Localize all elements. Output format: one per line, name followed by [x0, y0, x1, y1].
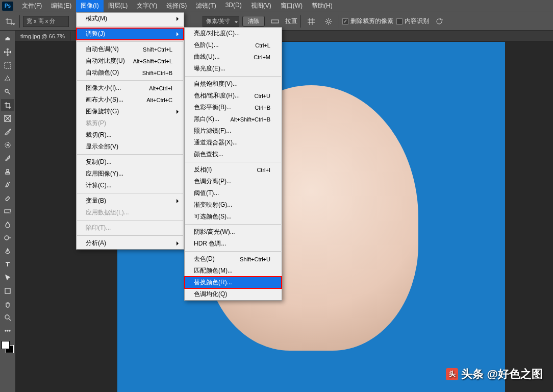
menu-item-label: 色阶(L)... [194, 41, 248, 50]
move-tool-icon[interactable] [1, 46, 14, 58]
menu-item-label: 照片滤镜(F)... [194, 127, 270, 135]
menu-item[interactable]: 通道混合器(X)... [185, 137, 282, 149]
menu-item[interactable]: 曝光度(E)... [185, 63, 282, 75]
menubar-item[interactable]: 3D(D) [221, 0, 246, 12]
menu-item[interactable]: 分析(A) [77, 237, 184, 249]
menu-item-label: 画布大小(S)... [86, 95, 139, 104]
quick-select-icon[interactable] [1, 86, 14, 98]
menu-item-label: 自然饱和度(V)... [194, 80, 270, 88]
pen-tool-icon[interactable] [1, 245, 14, 257]
menu-item[interactable]: 变量(B) [77, 195, 184, 207]
edit-toolbar-icon[interactable] [1, 325, 14, 337]
menu-item[interactable]: 阴影/高光(W)... [185, 226, 282, 238]
menubar-item[interactable]: 文件(F) [17, 0, 46, 12]
menubar-item[interactable]: 文字(Y) [132, 0, 162, 12]
menu-item[interactable]: 模式(M) [77, 13, 184, 24]
menu-item[interactable]: 色相/饱和度(H)...Ctrl+U [185, 90, 282, 102]
menu-item[interactable]: 应用图像(Y)... [77, 168, 184, 180]
history-brush-icon[interactable] [1, 179, 14, 191]
menu-item[interactable]: 图像大小(I)...Alt+Ctrl+I [77, 82, 184, 94]
menu-item[interactable]: 裁切(R)... [77, 129, 184, 141]
menubar-item[interactable]: 图像(I) [76, 0, 103, 12]
menu-item-label: 图像旋转(G) [86, 107, 172, 116]
menubar-item[interactable]: 选择(S) [162, 0, 191, 12]
menu-item[interactable]: 颜色查找... [185, 149, 282, 160]
menu-item-shortcut: Ctrl+U [255, 93, 270, 99]
app-logo: Ps [2, 2, 13, 11]
zoom-tool-icon[interactable] [1, 311, 14, 324]
adjustments-submenu: 亮度/对比度(C)...色阶(L)...Ctrl+L曲线(U)...Ctrl+M… [184, 27, 282, 301]
lasso-tool-icon[interactable] [1, 72, 14, 85]
menu-item-label: 色调分离(P)... [194, 177, 270, 186]
frame-tool-icon[interactable] [1, 112, 14, 125]
menu-separator [185, 76, 281, 77]
menu-item[interactable]: 计算(C)... [77, 180, 184, 191]
collapse-icon[interactable] [1, 33, 14, 45]
menubar-item[interactable]: 窗口(W) [276, 0, 307, 12]
menu-item[interactable]: 反相(I)Ctrl+I [185, 164, 282, 176]
gradient-tool-icon[interactable] [1, 205, 14, 217]
svg-point-11 [7, 330, 8, 331]
menu-item-label: 计算(C)... [86, 181, 172, 190]
blur-tool-icon[interactable] [1, 218, 14, 231]
menu-item[interactable]: 画布大小(S)...Alt+Ctrl+C [77, 94, 184, 106]
menu-item[interactable]: 匹配颜色(M)... [185, 265, 282, 277]
menubar-item[interactable]: 编辑(E) [46, 0, 76, 12]
menu-item-label: 应用数据组(L)... [86, 208, 172, 217]
crop-tool-icon[interactable] [1, 99, 14, 111]
healing-brush-icon[interactable] [1, 139, 14, 151]
eyedropper-icon[interactable] [1, 126, 14, 138]
stamp-tool-icon[interactable] [1, 165, 14, 178]
menu-item[interactable]: 图像旋转(G) [77, 106, 184, 117]
menu-item-label: 去色(D) [194, 255, 233, 263]
brush-tool-icon[interactable] [1, 152, 14, 164]
menu-item[interactable]: 色阶(L)...Ctrl+L [185, 39, 282, 51]
clear-button[interactable]: 清除 [242, 16, 265, 27]
menu-item[interactable]: 自动颜色(O)Shift+Ctrl+B [77, 67, 184, 79]
eraser-tool-icon[interactable] [1, 192, 14, 204]
dodge-tool-icon[interactable] [1, 232, 14, 244]
hand-tool-icon[interactable] [1, 298, 14, 310]
menubar-item[interactable]: 图层(L) [104, 0, 133, 12]
menu-item[interactable]: 阈值(T)... [185, 187, 282, 199]
path-select-icon[interactable] [1, 272, 14, 284]
menu-item[interactable]: 自然饱和度(V)... [185, 78, 282, 90]
menu-item[interactable]: 亮度/对比度(C)... [185, 28, 282, 39]
menu-item[interactable]: HDR 色调... [185, 238, 282, 250]
crop-size-field[interactable]: 宽 x 高 x 分 [23, 16, 69, 27]
shape-tool-icon[interactable] [1, 285, 14, 297]
menu-item[interactable]: 曲线(U)...Ctrl+M [185, 51, 282, 63]
document-tab[interactable]: timg.jpg @ 66.7% [15, 32, 70, 41]
overlay-icon[interactable] [304, 14, 318, 29]
menu-item[interactable]: 渐变映射(G)... [185, 199, 282, 211]
menu-item[interactable]: 自动对比度(U)Alt+Shift+Ctrl+L [77, 55, 184, 67]
menubar-item[interactable]: 帮助(H) [307, 0, 337, 12]
units-select[interactable]: 像素/英寸 [203, 16, 239, 27]
menu-item[interactable]: 照片滤镜(F)... [185, 125, 282, 137]
color-swatches[interactable] [2, 341, 14, 353]
menu-item[interactable]: 显示全部(V) [77, 141, 184, 153]
reset-icon[interactable] [432, 14, 446, 29]
menubar-item[interactable]: 滤镜(T) [191, 0, 220, 12]
menu-item[interactable]: 色调分离(P)... [185, 176, 282, 187]
settings-icon[interactable] [321, 14, 336, 29]
menu-item[interactable]: 黑白(K)...Alt+Shift+Ctrl+B [185, 113, 282, 125]
menu-item[interactable]: 复制(D)... [77, 156, 184, 168]
crop-tool-indicator[interactable] [2, 14, 16, 29]
menu-item[interactable]: 去色(D)Shift+Ctrl+U [185, 253, 282, 265]
menu-separator [185, 224, 281, 225]
menu-item-label: 调整(J) [86, 30, 172, 38]
menu-item[interactable]: 替换颜色(R)... [185, 277, 282, 288]
menu-item[interactable]: 自动色调(N)Shift+Ctrl+L [77, 43, 184, 55]
menu-item[interactable]: 可选颜色(S)... [185, 211, 282, 223]
straighten-icon[interactable] [268, 14, 282, 29]
menu-item-shortcut: Ctrl+M [254, 54, 270, 60]
type-tool-icon[interactable] [1, 258, 14, 271]
content-aware-checkbox[interactable]: 内容识别 [396, 17, 429, 26]
menu-item[interactable]: 调整(J) [77, 28, 184, 40]
delete-cropped-checkbox[interactable]: 删除裁剪的像素 [342, 17, 393, 26]
menu-item[interactable]: 色调均化(Q) [185, 288, 282, 300]
menu-item[interactable]: 色彩平衡(B)...Ctrl+B [185, 102, 282, 113]
marquee-tool-icon[interactable] [1, 59, 14, 71]
menubar-item[interactable]: 视图(V) [246, 0, 276, 12]
